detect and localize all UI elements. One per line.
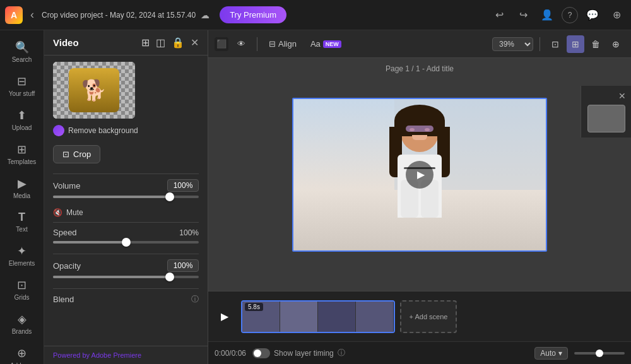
profile-button[interactable]: 👤 xyxy=(538,6,557,25)
panel-content: 🐕 Remove background ⊡ Crop Volume 100% xyxy=(44,56,208,346)
volume-slider-track[interactable] xyxy=(53,196,199,198)
image-preview: 🐕 xyxy=(53,62,135,119)
your-stuff-icon: ⊟ xyxy=(17,74,27,88)
add-button[interactable]: ⊕ xyxy=(607,35,625,53)
close-button[interactable]: ✕ xyxy=(191,37,199,49)
thumbnail-panel: ✕ xyxy=(581,86,631,138)
opacity-value[interactable]: 100% xyxy=(167,259,199,272)
grids-icon: ⊡ xyxy=(17,278,27,292)
speed-label-row: Speed 100% xyxy=(53,228,199,237)
zoom-select[interactable]: 25% 39% 50% 75% 100% xyxy=(492,37,533,51)
sidebar-item-templates[interactable]: ⊞ Templates xyxy=(3,138,41,170)
zoom-slider-track[interactable] xyxy=(574,352,625,355)
mute-button[interactable]: 🔇 Mute xyxy=(53,208,199,217)
speed-section: Speed 100% xyxy=(53,228,199,244)
toolbar-right-icons: ⊡ ⊞ 🗑 ⊕ xyxy=(546,35,625,53)
search-icon: 🔍 xyxy=(15,40,29,54)
timeline-play-button[interactable]: ▶ xyxy=(215,307,235,327)
strip-frame-2 xyxy=(280,302,318,332)
zoom-slider-container xyxy=(574,352,625,355)
mute-label: Mute xyxy=(66,208,83,217)
thumbnail-card xyxy=(587,105,625,132)
sidebar-item-text[interactable]: T Text xyxy=(3,206,41,238)
sidebar-item-label: Media xyxy=(13,192,30,199)
align-label: Align xyxy=(278,39,297,49)
opacity-label: Opacity xyxy=(53,261,81,271)
upload-icon: ⬆ xyxy=(17,109,27,122)
elements-icon: ✦ xyxy=(17,244,27,258)
zoom-slider-thumb[interactable] xyxy=(596,349,603,357)
sidebar-item-add-ons[interactable]: ⊕ Add-ons xyxy=(3,341,41,364)
volume-label: Volume xyxy=(53,181,80,191)
speed-slider-track[interactable] xyxy=(53,241,199,244)
strip-frame-4 xyxy=(356,302,394,332)
sidebar-item-search[interactable]: 🔍 Search xyxy=(3,35,41,68)
comments-button[interactable]: 💬 xyxy=(583,6,602,25)
sidebar-item-upload[interactable]: ⬆ Upload xyxy=(3,103,41,136)
shape-button[interactable]: ⬛ xyxy=(215,37,228,51)
try-premium-button[interactable]: Try Premium xyxy=(220,6,286,23)
sidebar-item-label: Upload xyxy=(12,124,32,131)
blend-row: Blend ⓘ xyxy=(53,294,199,305)
sidebar-item-grids[interactable]: ⊡ Grids xyxy=(3,273,41,306)
layers-icon[interactable]: ◫ xyxy=(156,37,165,49)
speed-slider-thumb[interactable] xyxy=(122,238,131,247)
volume-slider-thumb[interactable] xyxy=(165,192,174,201)
redo-button[interactable]: ↪ xyxy=(514,6,533,25)
grid-toggle-button[interactable]: ⊞ xyxy=(567,35,584,53)
strip-frame-3 xyxy=(318,302,356,332)
eye-button[interactable]: 👁 xyxy=(232,37,251,51)
add-scene-button[interactable]: + Add scene xyxy=(400,300,457,333)
play-button-overlay[interactable] xyxy=(406,161,433,189)
align-button[interactable]: ⊟ Align xyxy=(264,37,302,51)
image-preview-container: 🐕 xyxy=(53,62,199,119)
crop-button[interactable]: ⊡ Crop xyxy=(53,145,100,163)
show-layer-timing-label: Show layer timing xyxy=(274,349,334,358)
volume-value[interactable]: 100% xyxy=(167,179,199,192)
layer-timing-control: Show layer timing ⓘ xyxy=(252,348,345,358)
sidebar-item-media[interactable]: ▶ Media xyxy=(3,172,41,204)
project-title: Crop video project - May 02, 2024 at 15.… xyxy=(42,11,196,20)
remove-background-button[interactable]: Remove background xyxy=(53,125,199,136)
editor-toolbar: ⬛ 👁 ⊟ Align Aa NEW 25% 39% 50% 75% 100% xyxy=(208,30,631,58)
delete-button[interactable]: 🗑 xyxy=(587,35,604,53)
sidebar-item-brands[interactable]: ◈ Brands xyxy=(3,307,41,340)
toggle-knob xyxy=(254,349,261,357)
opacity-slider-track[interactable] xyxy=(53,276,199,278)
translate-button[interactable]: Aa NEW xyxy=(305,37,346,51)
divider2 xyxy=(53,222,199,223)
duplicate-button[interactable]: ⊡ xyxy=(546,35,564,53)
sidebar-item-label: Your stuff xyxy=(9,90,35,97)
time-display: 0:00/0:06 xyxy=(215,349,246,358)
crop-label: Crop xyxy=(73,150,91,159)
logo: A xyxy=(5,6,23,24)
opacity-slider-thumb[interactable] xyxy=(165,273,174,281)
canvas-wrapper: Page 1 / 1 - Add title ✕ xyxy=(208,58,631,291)
volume-slider-fill xyxy=(53,196,170,198)
blend-info-icon: ⓘ xyxy=(191,294,199,305)
brands-icon: ◈ xyxy=(18,312,27,326)
sidebar-item-elements[interactable]: ✦ Elements xyxy=(3,239,41,272)
opacity-section: Opacity 100% xyxy=(53,259,199,278)
chevron-down-icon: ▾ xyxy=(558,349,562,358)
grid-icon[interactable]: ⊞ xyxy=(141,37,150,49)
powered-by-brand: Adobe Premiere xyxy=(91,351,142,359)
auto-select-dropdown[interactable]: Auto ▾ xyxy=(534,347,568,360)
divider3 xyxy=(53,254,199,254)
sidebar-item-your-stuff[interactable]: ⊟ Your stuff xyxy=(3,69,41,102)
translate-icon: Aa xyxy=(310,39,321,49)
video-strip: 5.8s xyxy=(241,300,395,333)
sidebar-item-label: Text xyxy=(16,226,27,233)
share-button[interactable]: ⊕ xyxy=(607,6,626,25)
lock-icon[interactable]: 🔒 xyxy=(172,37,184,49)
media-icon: ▶ xyxy=(18,177,27,191)
page-label[interactable]: Page 1 / 1 - Add title xyxy=(386,64,454,73)
help-button[interactable]: ? xyxy=(562,7,578,23)
undo-button[interactable]: ↩ xyxy=(490,6,509,25)
layer-timing-toggle[interactable] xyxy=(252,348,270,358)
close-thumb-panel[interactable]: ✕ xyxy=(618,91,626,101)
back-button[interactable]: ‹ xyxy=(28,6,37,24)
canvas-area: ⬛ 👁 ⊟ Align Aa NEW 25% 39% 50% 75% 100% xyxy=(208,30,631,364)
canvas-frame[interactable]: ↺ xyxy=(292,98,547,252)
speed-slider-fill xyxy=(53,241,126,244)
